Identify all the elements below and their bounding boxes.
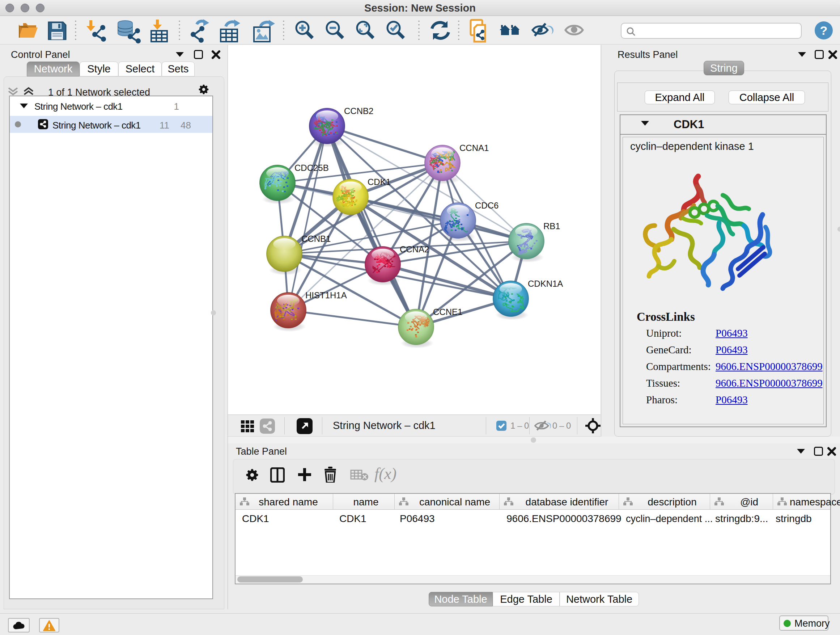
svg-text:CCNA2: CCNA2 <box>400 244 429 254</box>
svg-text:CCNB1: CCNB1 <box>302 234 331 244</box>
svg-text:CDKN1A: CDKN1A <box>528 279 563 288</box>
svg-text:CDC6: CDC6 <box>475 201 499 211</box>
svg-text:CCNA1: CCNA1 <box>459 143 489 153</box>
svg-text:CCNE1: CCNE1 <box>433 307 462 317</box>
svg-text:CDK1: CDK1 <box>368 177 391 187</box>
svg-text:CCNB2: CCNB2 <box>344 106 373 116</box>
svg-text:RB1: RB1 <box>543 221 561 231</box>
svg-text:HIST1H1A: HIST1H1A <box>305 290 347 300</box>
svg-text:CDC25B: CDC25B <box>294 163 329 173</box>
